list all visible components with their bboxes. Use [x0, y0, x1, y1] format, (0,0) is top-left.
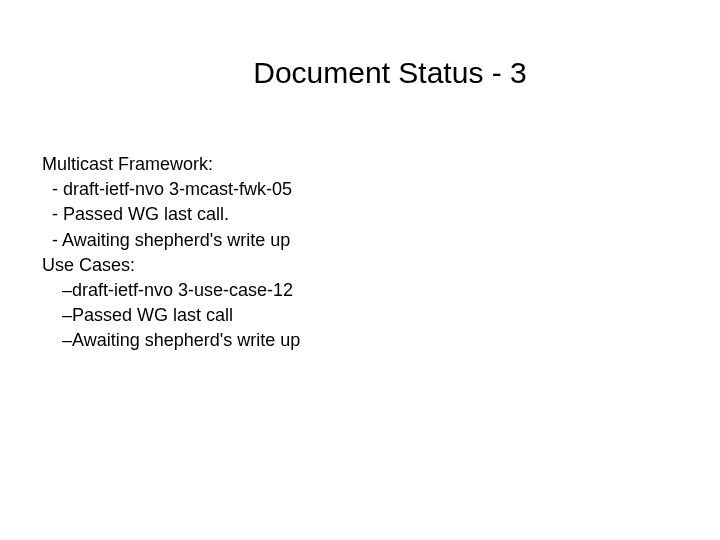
text-line: Use Cases: — [42, 253, 720, 278]
text-line: - draft-ietf-nvo 3-mcast-fwk-05 — [42, 177, 720, 202]
text-line: –draft-ietf-nvo 3-use-case-12 — [42, 278, 720, 303]
text-line: - Passed WG last call. — [42, 202, 720, 227]
text-line: –Awaiting shepherd's write up — [42, 328, 720, 353]
text-line: - Awaiting shepherd's write up — [42, 228, 720, 253]
page-title: Document Status - 3 — [60, 56, 720, 90]
text-line: Multicast Framework: — [42, 152, 720, 177]
content-body: Multicast Framework: - draft-ietf-nvo 3-… — [42, 152, 720, 354]
slide: Document Status - 3 Multicast Framework:… — [0, 0, 720, 540]
text-line: –Passed WG last call — [42, 303, 720, 328]
